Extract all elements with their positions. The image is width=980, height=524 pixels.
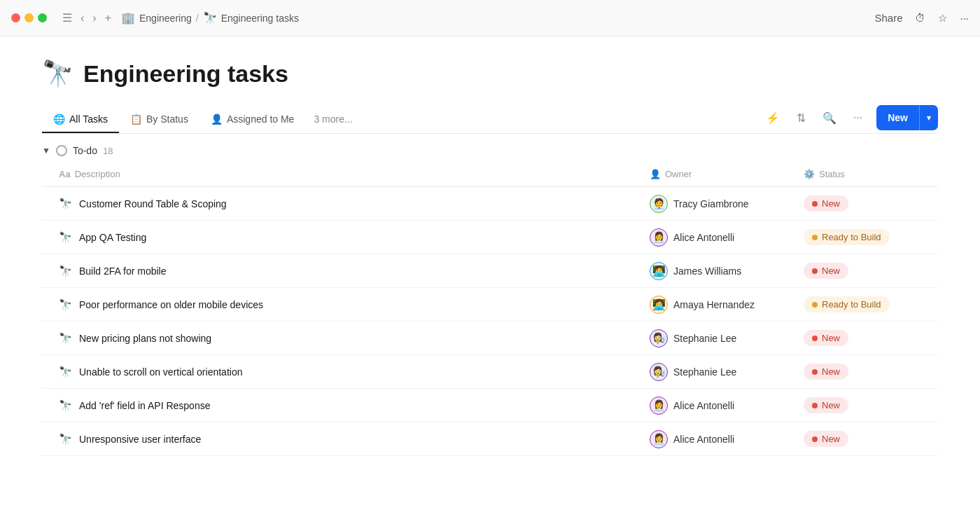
tab-by-status[interactable]: 📋 By Status bbox=[119, 106, 200, 133]
task-name: 🔭 Customer Round Table & Scoping bbox=[42, 191, 644, 217]
breadcrumb: 🏢 Engineering / 🔭 Engineering tasks bbox=[121, 11, 299, 25]
owner-name: Amaya Hernandez bbox=[673, 299, 755, 310]
status-dot bbox=[812, 403, 818, 408]
status-dot bbox=[812, 436, 818, 442]
task-label: Poor performance on older mobile devices bbox=[79, 299, 263, 310]
task-row[interactable]: 🔭 Poor performance on older mobile devic… bbox=[42, 288, 938, 322]
task-label: Unable to scroll on vertical orientation bbox=[79, 366, 242, 378]
filter-button[interactable]: ⚡ bbox=[763, 109, 783, 127]
avatar: 👩‍💼 bbox=[650, 397, 668, 415]
avatar: 👩‍🔬 bbox=[650, 329, 668, 347]
task-row[interactable]: 🔭 Unresponsive user interface 👩‍💼 Alice … bbox=[42, 422, 938, 456]
task-label: Unresponsive user interface bbox=[79, 434, 201, 445]
task-name: 🔭 Unable to scroll on vertical orientati… bbox=[42, 359, 644, 385]
status-label: Status bbox=[819, 169, 845, 179]
more-options-button[interactable]: ··· bbox=[960, 12, 969, 24]
task-name: 🔭 App QA Testing bbox=[42, 224, 644, 251]
sidebar-toggle[interactable]: ☰ bbox=[59, 10, 75, 26]
table-options-button[interactable]: ··· bbox=[850, 109, 865, 127]
minimize-button[interactable] bbox=[24, 13, 34, 22]
tabs-bar: 🌐 All Tasks 📋 By Status 👤 Assigned to Me… bbox=[42, 105, 938, 134]
task-icon: 🔭 bbox=[59, 231, 72, 244]
task-icon: 🔭 bbox=[59, 366, 72, 378]
tabs-more[interactable]: 3 more... bbox=[305, 106, 360, 132]
tab-assigned-label: Assigned to Me bbox=[227, 113, 295, 125]
new-button-group: New ▾ bbox=[876, 105, 938, 130]
page-header-icon: 🔭 bbox=[42, 59, 74, 88]
task-row[interactable]: 🔭 Build 2FA for mobile 🧑‍💻 James William… bbox=[42, 254, 938, 288]
task-status: New bbox=[798, 323, 938, 353]
status-text: Ready to Build bbox=[822, 232, 881, 242]
status-dot bbox=[812, 369, 818, 375]
task-row[interactable]: 🔭 New pricing plans not showing 👩‍🔬 Step… bbox=[42, 322, 938, 355]
tab-all-tasks[interactable]: 🌐 All Tasks bbox=[42, 106, 119, 133]
owner-name: Alice Antonelli bbox=[673, 434, 734, 445]
favorite-button[interactable]: ☆ bbox=[938, 12, 947, 25]
breadcrumb-workspace[interactable]: Engineering bbox=[139, 13, 192, 24]
task-row[interactable]: 🔭 Unable to scroll on vertical orientati… bbox=[42, 355, 938, 389]
task-icon: 🔭 bbox=[59, 433, 72, 446]
status-badge: New bbox=[804, 263, 848, 279]
status-text: New bbox=[822, 198, 840, 209]
owner-name: James Williams bbox=[673, 266, 741, 277]
avatar: 🧑‍💼 bbox=[650, 195, 668, 213]
owner-name: Alice Antonelli bbox=[673, 232, 734, 243]
task-label: Add 'ref' field in API Response bbox=[79, 400, 210, 411]
task-name: 🔭 Add 'ref' field in API Response bbox=[42, 392, 644, 419]
share-button[interactable]: Share bbox=[874, 12, 902, 24]
back-button[interactable]: ‹ bbox=[78, 11, 87, 26]
add-button[interactable]: + bbox=[102, 11, 114, 26]
new-button-label[interactable]: New bbox=[876, 106, 919, 129]
status-dot bbox=[812, 268, 818, 274]
page-breadcrumb-icon: 🔭 bbox=[203, 11, 217, 25]
task-icon: 🔭 bbox=[59, 332, 72, 345]
page-title: Engineering tasks bbox=[83, 60, 288, 88]
avatar: 👩‍💻 bbox=[650, 296, 668, 314]
breadcrumb-page[interactable]: Engineering tasks bbox=[221, 13, 299, 24]
col-description: Aa Description bbox=[42, 166, 644, 182]
tasks-list: 🔭 Customer Round Table & Scoping 🧑‍💼 Tra… bbox=[42, 187, 938, 456]
page-header: 🔭 Engineering tasks bbox=[42, 59, 938, 88]
breadcrumb-separator: / bbox=[196, 13, 199, 24]
task-label: New pricing plans not showing bbox=[79, 333, 211, 344]
task-icon: 🔭 bbox=[59, 399, 72, 412]
status-text: New bbox=[822, 266, 840, 276]
maximize-button[interactable] bbox=[38, 13, 47, 22]
task-icon: 🔭 bbox=[59, 198, 72, 210]
description-prefix: Aa bbox=[59, 169, 71, 179]
owner-name: Stephanie Lee bbox=[673, 333, 736, 344]
main-content: 🔭 Engineering tasks 🌐 All Tasks 📋 By Sta… bbox=[0, 36, 980, 456]
close-button[interactable] bbox=[11, 13, 20, 22]
sort-button[interactable]: ⇅ bbox=[794, 109, 808, 127]
tab-actions: ⚡ ⇅ 🔍 ··· New ▾ bbox=[763, 105, 938, 133]
avatar: 🧑‍💻 bbox=[650, 262, 668, 280]
task-owner: 🧑‍💼 Tracy Giambrone bbox=[644, 188, 798, 220]
task-owner: 🧑‍💻 James Williams bbox=[644, 255, 798, 287]
task-owner: 👩‍💼 Alice Antonelli bbox=[644, 423, 798, 455]
titlebar: ☰ ‹ › + 🏢 Engineering / 🔭 Engineering ta… bbox=[0, 0, 980, 36]
section-header: ▼ To-do 18 bbox=[42, 134, 938, 162]
task-label: App QA Testing bbox=[79, 232, 146, 243]
task-name: 🔭 Build 2FA for mobile bbox=[42, 258, 644, 284]
task-status: Ready to Build bbox=[798, 222, 938, 252]
task-status: New bbox=[798, 256, 938, 286]
task-row[interactable]: 🔭 Add 'ref' field in API Response 👩‍💼 Al… bbox=[42, 389, 938, 422]
tab-by-status-label: By Status bbox=[146, 113, 188, 125]
task-label: Customer Round Table & Scoping bbox=[79, 198, 227, 209]
assigned-icon: 👤 bbox=[211, 113, 223, 125]
new-button-caret[interactable]: ▾ bbox=[920, 108, 938, 128]
status-dot bbox=[812, 235, 818, 240]
status-badge: New bbox=[804, 397, 848, 413]
forward-button[interactable]: › bbox=[90, 11, 99, 26]
section-name: To-do bbox=[73, 145, 97, 156]
search-button[interactable]: 🔍 bbox=[820, 109, 839, 127]
status-dot bbox=[812, 336, 818, 341]
task-owner: 👩‍🔬 Stephanie Lee bbox=[644, 356, 798, 388]
col-status: ⚙️ Status bbox=[798, 166, 938, 182]
task-row[interactable]: 🔭 Customer Round Table & Scoping 🧑‍💼 Tra… bbox=[42, 187, 938, 221]
task-status: New bbox=[798, 390, 938, 420]
history-button[interactable]: ⏱ bbox=[915, 12, 925, 24]
tab-assigned-to-me[interactable]: 👤 Assigned to Me bbox=[200, 106, 306, 133]
task-row[interactable]: 🔭 App QA Testing 👩‍💼 Alice Antonelli Rea… bbox=[42, 221, 938, 254]
section-toggle[interactable]: ▼ bbox=[42, 146, 50, 156]
